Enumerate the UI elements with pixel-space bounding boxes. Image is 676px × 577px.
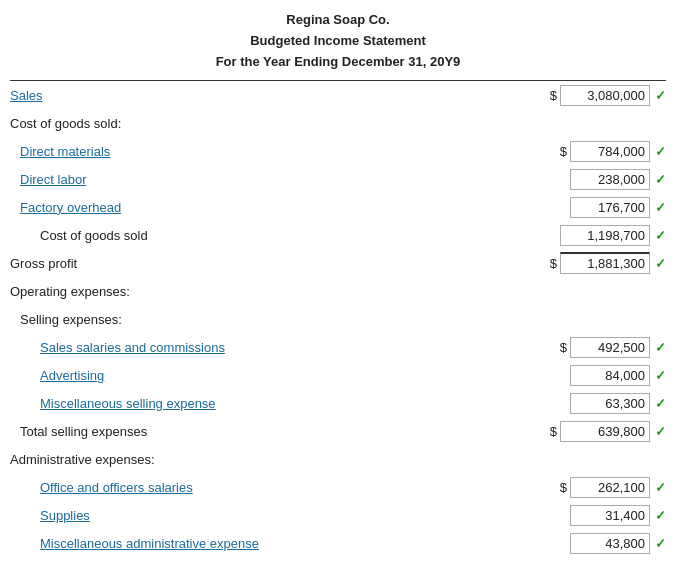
input-right-gross-profit[interactable]	[560, 252, 650, 274]
row-office-salaries: Office and officers salaries$✓	[0, 473, 676, 501]
check-mid-sales-salaries: ✓	[655, 340, 666, 355]
dollar-mid-office-salaries: $	[560, 480, 567, 495]
label-admin-exp-header: Administrative expenses:	[10, 452, 666, 467]
input-mid-direct-labor[interactable]	[570, 169, 650, 190]
check-mid-misc-selling: ✓	[655, 396, 666, 411]
check-mid-factory-overhead: ✓	[655, 200, 666, 215]
row-factory-overhead: Factory overhead✓	[0, 193, 676, 221]
header-line2: Budgeted Income Statement	[0, 31, 676, 52]
row-gross-profit: Gross profit$✓	[0, 249, 676, 277]
label-factory-overhead[interactable]: Factory overhead	[20, 200, 562, 215]
header: Regina Soap Co. Budgeted Income Statemen…	[0, 10, 676, 81]
input-right-total-selling[interactable]	[560, 421, 650, 442]
label-cogs-total: Cost of goods sold	[40, 228, 548, 243]
input-mid-direct-materials[interactable]	[570, 141, 650, 162]
dollar-right-total-selling: $	[550, 424, 557, 439]
input-mid-supplies[interactable]	[570, 505, 650, 526]
input-mid-sales-salaries[interactable]	[570, 337, 650, 358]
label-direct-materials[interactable]: Direct materials	[20, 144, 552, 159]
row-op-exp-header: Operating expenses:	[0, 277, 676, 305]
check-right-cogs-total: ✓	[655, 228, 666, 243]
input-right-cogs-total[interactable]	[560, 225, 650, 246]
label-selling-exp-header: Selling expenses:	[20, 312, 666, 327]
row-admin-exp-header: Administrative expenses:	[0, 445, 676, 473]
check-mid-misc-admin: ✓	[655, 536, 666, 551]
check-mid-advertising: ✓	[655, 368, 666, 383]
label-gross-profit: Gross profit	[10, 256, 538, 271]
check-right-sales: ✓	[655, 88, 666, 103]
row-cogs-header: Cost of goods sold:	[0, 109, 676, 137]
dollar-mid-sales-salaries: $	[560, 340, 567, 355]
input-right-sales[interactable]	[560, 85, 650, 106]
income-statement: Sales$✓Cost of goods sold:Direct materia…	[0, 81, 676, 557]
row-misc-selling: Miscellaneous selling expense✓	[0, 389, 676, 417]
input-mid-factory-overhead[interactable]	[570, 197, 650, 218]
header-line3: For the Year Ending December 31, 20Y9	[0, 52, 676, 73]
row-advertising: Advertising✓	[0, 361, 676, 389]
dollar-mid-direct-materials: $	[560, 144, 567, 159]
label-supplies[interactable]: Supplies	[40, 508, 562, 523]
input-mid-advertising[interactable]	[570, 365, 650, 386]
row-total-selling: Total selling expenses$✓	[0, 417, 676, 445]
label-advertising[interactable]: Advertising	[40, 368, 562, 383]
header-line1: Regina Soap Co.	[0, 10, 676, 31]
label-op-exp-header: Operating expenses:	[10, 284, 666, 299]
label-direct-labor[interactable]: Direct labor	[20, 172, 562, 187]
row-cogs-total: Cost of goods sold✓	[0, 221, 676, 249]
row-direct-labor: Direct labor✓	[0, 165, 676, 193]
check-mid-supplies: ✓	[655, 508, 666, 523]
label-sales-salaries[interactable]: Sales salaries and commissions	[40, 340, 552, 355]
dollar-right-gross-profit: $	[550, 256, 557, 271]
check-mid-office-salaries: ✓	[655, 480, 666, 495]
check-mid-direct-materials: ✓	[655, 144, 666, 159]
input-mid-misc-selling[interactable]	[570, 393, 650, 414]
row-sales-salaries: Sales salaries and commissions$✓	[0, 333, 676, 361]
label-total-selling: Total selling expenses	[20, 424, 538, 439]
check-mid-direct-labor: ✓	[655, 172, 666, 187]
label-misc-admin[interactable]: Miscellaneous administrative expense	[40, 536, 562, 551]
check-right-total-selling: ✓	[655, 424, 666, 439]
input-mid-misc-admin[interactable]	[570, 533, 650, 554]
row-supplies: Supplies✓	[0, 501, 676, 529]
label-office-salaries[interactable]: Office and officers salaries	[40, 480, 552, 495]
row-misc-admin: Miscellaneous administrative expense✓	[0, 529, 676, 557]
label-misc-selling[interactable]: Miscellaneous selling expense	[40, 396, 562, 411]
label-sales[interactable]: Sales	[10, 88, 538, 103]
input-mid-office-salaries[interactable]	[570, 477, 650, 498]
check-right-gross-profit: ✓	[655, 256, 666, 271]
row-selling-exp-header: Selling expenses:	[0, 305, 676, 333]
dollar-right-sales: $	[550, 88, 557, 103]
row-direct-materials: Direct materials$✓	[0, 137, 676, 165]
row-sales: Sales$✓	[0, 81, 676, 109]
label-cogs-header: Cost of goods sold:	[10, 116, 666, 131]
